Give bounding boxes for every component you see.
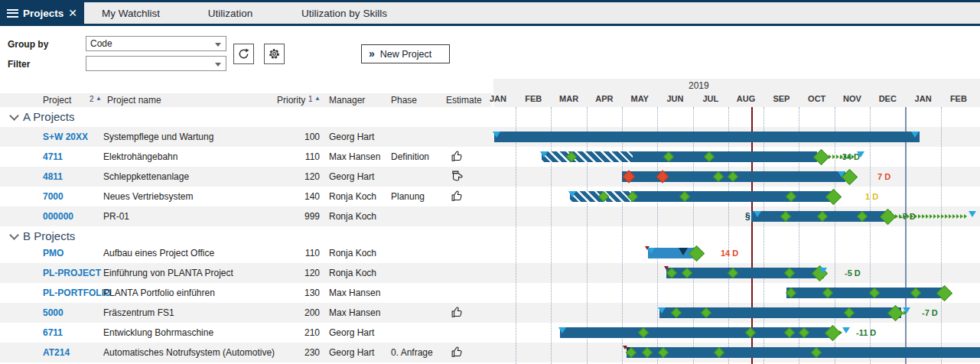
milestone-diamond-green[interactable] bbox=[714, 347, 724, 358]
chevron-down-icon[interactable] bbox=[9, 111, 19, 121]
project-code-link[interactable]: 5000 bbox=[43, 307, 63, 318]
group-by-label: Group by bbox=[8, 39, 48, 50]
project-code-link[interactable]: PMO bbox=[43, 248, 63, 258]
gantt-bar[interactable] bbox=[786, 288, 947, 298]
milestone-diamond-green[interactable] bbox=[812, 148, 829, 164]
milestone-diamond-green[interactable] bbox=[658, 347, 669, 358]
milestone-diamond-green[interactable] bbox=[688, 245, 704, 261]
thumbs-up-icon[interactable] bbox=[451, 150, 464, 166]
refresh-button[interactable] bbox=[233, 44, 254, 64]
milestone-diamond-green[interactable] bbox=[682, 268, 692, 278]
group-label[interactable]: A Projects bbox=[23, 110, 75, 123]
milestone-diamond-green[interactable] bbox=[844, 307, 855, 318]
milestone-diamond-green[interactable] bbox=[822, 288, 833, 298]
gantt-bar[interactable] bbox=[627, 347, 980, 358]
project-code-link[interactable]: 4811 bbox=[43, 171, 63, 182]
col-priority[interactable]: Priority bbox=[277, 95, 305, 106]
gantt-bar[interactable] bbox=[751, 211, 891, 222]
tab-projects[interactable]: Projects ✕ bbox=[0, 0, 84, 26]
thumbs-up-icon[interactable] bbox=[451, 190, 464, 206]
milestone-diamond-green[interactable] bbox=[666, 268, 677, 278]
milestone-diamond-green[interactable] bbox=[566, 151, 577, 162]
tab-my-watchlist[interactable]: My Watchlist bbox=[90, 2, 171, 24]
milestone-diamond-green[interactable] bbox=[857, 211, 868, 222]
col-phase[interactable]: Phase bbox=[391, 95, 417, 106]
milestone-diamond-green[interactable] bbox=[780, 211, 791, 222]
milestone-diamond-green[interactable] bbox=[786, 191, 796, 202]
menu-icon[interactable] bbox=[7, 9, 18, 18]
new-project-button[interactable]: » New Project bbox=[361, 44, 450, 63]
gantt-bar[interactable] bbox=[659, 307, 901, 318]
project-code-link[interactable]: AT214 bbox=[43, 347, 70, 358]
gantt-bar[interactable] bbox=[542, 151, 817, 162]
milestone-diamond-green[interactable] bbox=[786, 288, 796, 298]
milestone-diamond-green[interactable] bbox=[663, 151, 674, 162]
gantt-bar[interactable] bbox=[494, 132, 920, 142]
close-icon[interactable]: ✕ bbox=[68, 8, 77, 18]
milestone-diamond-green[interactable] bbox=[817, 211, 828, 222]
milestone-diamond-green[interactable] bbox=[824, 324, 840, 340]
milestone-diamond-green[interactable] bbox=[598, 191, 609, 202]
project-code-link[interactable]: PL-PROJECT bbox=[43, 268, 101, 278]
project-code-link[interactable]: 6711 bbox=[43, 327, 63, 338]
gantt-bar[interactable] bbox=[570, 191, 835, 202]
date-marker-triangle bbox=[647, 248, 655, 254]
gantt-bar[interactable] bbox=[622, 171, 845, 182]
milestone-diamond-green[interactable] bbox=[825, 188, 841, 204]
gantt-bar[interactable] bbox=[648, 248, 697, 258]
group-by-select[interactable]: Code bbox=[86, 36, 226, 51]
thumbs-up-icon[interactable] bbox=[451, 346, 464, 362]
milestone-diamond-green[interactable] bbox=[887, 304, 903, 320]
milestone-diamond-green[interactable] bbox=[869, 288, 880, 298]
project-code-link[interactable]: 7000 bbox=[43, 191, 63, 202]
milestone-diamond-green[interactable] bbox=[811, 347, 822, 358]
tab-utilization-by-skills[interactable]: Utilization by Skills bbox=[291, 2, 398, 24]
milestone-diamond-green[interactable] bbox=[841, 168, 857, 184]
milestone-diamond-green[interactable] bbox=[745, 327, 756, 338]
month-label: AUG bbox=[737, 94, 755, 103]
milestone-diamond-green[interactable] bbox=[784, 268, 795, 278]
settings-button[interactable] bbox=[264, 44, 285, 64]
col-project[interactable]: Project bbox=[43, 95, 71, 106]
project-code-link[interactable]: 4711 bbox=[43, 151, 63, 162]
milestone-diamond-red[interactable] bbox=[656, 171, 669, 184]
milestone-diamond-red[interactable] bbox=[623, 171, 636, 184]
project-name: Neues Vertriebsystem bbox=[103, 191, 193, 202]
col-project-name[interactable]: Project name bbox=[107, 95, 161, 106]
col-manager[interactable]: Manager bbox=[329, 95, 365, 106]
month-label: JUN bbox=[666, 94, 683, 103]
gantt-bar[interactable] bbox=[560, 327, 835, 338]
thumbs-up-icon[interactable] bbox=[451, 306, 464, 322]
milestone-diamond-green[interactable] bbox=[799, 327, 809, 338]
col-estimate[interactable]: Estimate bbox=[446, 95, 482, 106]
gantt-bar[interactable] bbox=[666, 268, 824, 278]
chevron-down-icon[interactable] bbox=[9, 230, 19, 240]
gantt-calendar-header: 2019 JANFEBMARAPRMAYJUNJULAUGSEPOCTNOVDE… bbox=[493, 79, 980, 107]
milestone-diamond-green[interactable] bbox=[627, 191, 638, 202]
project-code-link[interactable]: PL-PORTFOLIO bbox=[43, 288, 111, 298]
milestone-diamond-green[interactable] bbox=[936, 284, 952, 301]
month-label: OCT bbox=[808, 94, 825, 103]
milestone-diamond-green[interactable] bbox=[679, 191, 690, 202]
phase-value: 0. Anfrage bbox=[391, 347, 433, 358]
tab-utilization[interactable]: Utilization bbox=[190, 2, 271, 24]
project-code-link[interactable]: 000000 bbox=[43, 211, 73, 222]
milestone-diamond-green[interactable] bbox=[811, 265, 827, 281]
milestone-diamond-green[interactable] bbox=[638, 327, 649, 338]
project-code-link[interactable]: S+W 20XX bbox=[43, 132, 88, 142]
milestone-diamond-green[interactable] bbox=[713, 171, 724, 182]
milestone-diamond-green[interactable] bbox=[704, 151, 715, 162]
milestone-diamond-green[interactable] bbox=[626, 347, 637, 358]
milestone-diamond-green[interactable] bbox=[784, 327, 795, 338]
milestone-diamond-green[interactable] bbox=[671, 307, 682, 318]
milestone-diamond-green[interactable] bbox=[728, 171, 738, 182]
sort-order-project: 2 bbox=[90, 95, 94, 103]
thumbs-side-icon[interactable] bbox=[451, 170, 464, 186]
filter-select[interactable] bbox=[86, 56, 226, 71]
milestone-diamond-green[interactable] bbox=[879, 208, 895, 224]
milestone-diamond-green[interactable] bbox=[728, 268, 738, 278]
milestone-diamond-green[interactable] bbox=[910, 288, 921, 298]
milestone-diamond-green[interactable] bbox=[642, 347, 653, 358]
group-label[interactable]: B Projects bbox=[23, 229, 75, 242]
milestone-diamond-green[interactable] bbox=[701, 307, 711, 318]
